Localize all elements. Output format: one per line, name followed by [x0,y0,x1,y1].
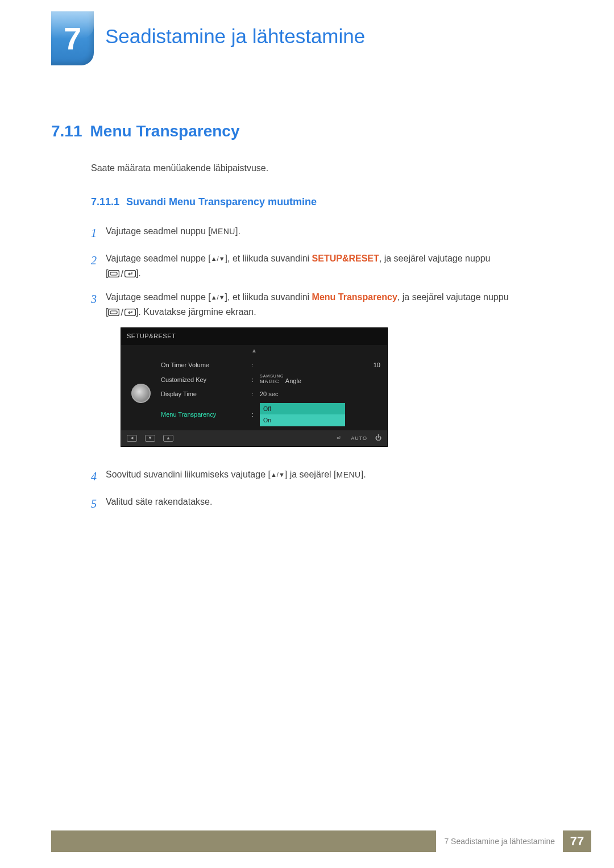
source-enter-icon: / [108,305,135,320]
osd-option-on: On [260,414,345,426]
osd-category-icon-area [121,356,161,430]
osd-row-display-time: Display Time : 20 sec [161,388,380,401]
osd-enter-icon: ⏎ [334,435,343,442]
osd-nav-left-icon: ◄ [127,435,137,442]
osd-auto-label: AUTO [351,434,367,442]
magic-text: MAGIC [260,379,280,384]
page-content: 7.11Menu Transparency Saate määrata menü… [0,65,614,513]
menu-keyword: MENU [211,227,235,236]
osd-value: SAMSUNG MAGIC Angle [260,374,358,387]
step-3: 3 Vajutage seadmel nuppe [▲/▼], et liiku… [91,290,563,458]
step-text: , ja seejärel vajutage nuppu [397,292,509,302]
osd-nav-up-icon: ▲ [163,435,173,442]
step-4: 4 Soovitud suvandini liikumiseks vajutag… [91,467,563,485]
step-text: ]. [235,226,240,236]
osd-screenshot: SETUP&RESET ▲ On Timer Volume : [121,327,388,447]
osd-nav-down-icon: ▼ [145,435,155,442]
osd-rows: On Timer Volume : 10 Customized Key : [161,356,387,430]
steps-list: 1 Vajutage seadmel nuppu [MENU]. 2 Vajut… [91,224,563,513]
osd-value-right: 10 [358,360,380,371]
step-body: Vajutage seadmel nuppe [▲/▼], et liikuda… [106,251,563,281]
osd-body: On Timer Volume : 10 Customized Key : [121,356,387,430]
samsung-text: SAMSUNG [260,374,284,378]
step-text: ], et liikuda suvandini [225,254,312,263]
osd-colon: : [252,360,260,371]
svg-rect-4 [110,311,117,314]
osd-value: 20 sec [260,389,358,400]
step-number: 1 [91,224,106,242]
svg-rect-0 [109,270,119,277]
osd-row-customized-key: Customized Key : SAMSUNG MAGIC Angle [161,372,380,388]
osd-scroll-up-icon: ▲ [121,345,387,356]
step-text: ]. Kuvatakse järgmine ekraan. [136,307,256,317]
osd-label: Customized Key [161,375,252,385]
section-intro: Saate määrata menüüakende läbipaistvuse. [91,163,563,173]
subsection-title: 7.11.1Suvandi Menu Transparency muutmine [91,196,563,208]
osd-panel: SETUP&RESET ▲ On Timer Volume : [121,327,388,447]
highlight-menu-transparency: Menu Transparency [312,292,397,302]
gear-icon [131,384,151,403]
step-text: , ja seejärel vajutage nuppu [379,254,491,263]
step-text: Vajutage seadmel nuppu [ [106,226,211,236]
step-text: ] ja seejärel [ [285,470,337,479]
step-body: Vajutage seadmel nuppe [▲/▼], et liikuda… [106,290,563,458]
osd-footer: ◄ ▼ ▲ ⏎ AUTO ⏻ [121,430,387,446]
section-number: 7.11 [51,122,82,140]
up-down-arrows-icon: ▲/▼ [271,470,285,480]
svg-rect-3 [109,309,119,316]
step-number: 2 [91,251,106,281]
svg-rect-1 [110,272,117,275]
section-title-text: Menu Transparency [90,122,240,140]
menu-keyword: MENU [337,470,361,479]
footer-bar [51,830,436,852]
osd-colon: : [252,375,260,385]
osd-value: Off On [260,403,358,427]
step-text: Vajutage seadmel nuppe [ [106,254,211,263]
subsection-title-text: Suvandi Menu Transparency muutmine [126,196,317,207]
step-1: 1 Vajutage seadmel nuppu [MENU]. [91,224,563,242]
step-body: Vajutage seadmel nuppu [MENU]. [106,224,563,242]
step-text: ], et liikuda suvandini [225,292,312,302]
highlight-setup-reset: SETUP&RESET [312,254,379,263]
osd-label: Menu Transparency [161,410,252,420]
osd-label: On Timer Volume [161,360,252,371]
osd-colon: : [252,389,260,400]
chapter-number-badge: 7 [51,11,94,65]
osd-dropdown: Off On [260,403,345,427]
page-footer: 7 Seadistamine ja lähtestamine 77 [51,830,591,852]
step-text: ]. [361,470,366,479]
osd-colon: : [252,410,260,420]
step-body: Soovitud suvandini liikumiseks vajutage … [106,467,563,485]
osd-title: SETUP&RESET [121,328,387,345]
step-number: 3 [91,290,106,458]
step-text: Soovitud suvandini liikumiseks vajutage … [106,470,271,479]
osd-label: Display Time [161,389,252,400]
osd-value-suffix: Angle [284,377,301,384]
step-text: ]. [136,268,141,278]
up-down-arrows-icon: ▲/▼ [211,254,225,264]
section-title: 7.11Menu Transparency [51,122,563,140]
step-5: 5 Valitud säte rakendatakse. [91,495,563,513]
step-number: 4 [91,467,106,485]
chapter-title: Seadistamine ja lähtestamine [105,25,365,48]
osd-power-icon: ⏻ [375,433,381,443]
source-enter-icon: / [108,267,135,281]
step-text: Vajutage seadmel nuppe [ [106,292,211,302]
page-number: 77 [563,830,591,852]
footer-chapter-label: 7 Seadistamine ja lähtestamine [436,837,563,846]
osd-option-off: Off [260,403,345,415]
subsection-number: 7.11.1 [91,196,119,207]
up-down-arrows-icon: ▲/▼ [211,293,225,303]
step-number: 5 [91,495,106,513]
osd-row-on-timer-volume: On Timer Volume : 10 [161,359,380,372]
chapter-number: 7 [64,20,81,57]
step-2: 2 Vajutage seadmel nuppe [▲/▼], et liiku… [91,251,563,281]
osd-row-menu-transparency: Menu Transparency : Off On [161,401,380,429]
step-body: Valitud säte rakendatakse. [106,495,563,513]
page-header: 7 Seadistamine ja lähtestamine [0,0,614,65]
